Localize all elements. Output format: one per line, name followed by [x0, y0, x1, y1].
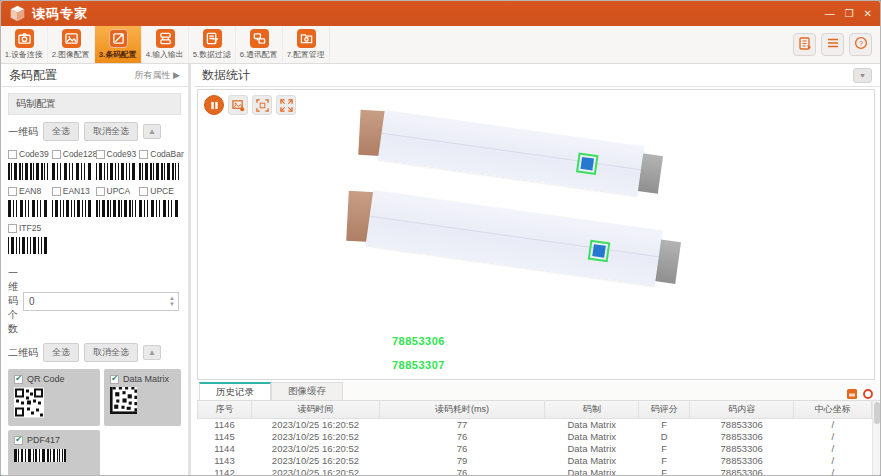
oned-collapse-button[interactable]: ▲: [143, 124, 161, 139]
refresh-button[interactable]: [861, 387, 874, 400]
toolbar-item-6[interactable]: 6.通讯配置: [236, 26, 283, 63]
toolbar-item-1[interactable]: 1.设备连接: [1, 26, 48, 63]
upca-barcode-image: [96, 200, 136, 217]
image-settings-button[interactable]: [228, 95, 248, 115]
fullscreen-button[interactable]: [276, 95, 296, 115]
pause-button[interactable]: [204, 95, 224, 115]
oned-deselect-all-button[interactable]: 取消全选: [84, 122, 138, 141]
panel-dropdown-button[interactable]: ▼: [853, 68, 872, 83]
toolbar-item-7[interactable]: 7.配置管理: [283, 26, 330, 63]
table-row[interactable]: 11422023/10/25 16:20:5276Data MatrixF788…: [198, 466, 872, 475]
history-table: 序号读码时间读码耗时(ms)码制码评分码内容中心坐标 11462023/10/2…: [197, 401, 872, 475]
oned-code-code128: Code128: [52, 147, 96, 184]
decode-region-highlight: [576, 152, 599, 175]
oned-select-all-button[interactable]: 全选: [43, 122, 79, 141]
data-statistics-panel: 数据统计 ▼: [194, 64, 880, 475]
checkbox-code128[interactable]: [52, 150, 61, 159]
column-header: 序号: [198, 401, 252, 418]
checkbox-qr-code[interactable]: [14, 375, 23, 384]
table-cell: /: [794, 466, 872, 475]
toolbar-item-label: 7.配置管理: [287, 49, 325, 60]
table-cell: Data Matrix: [545, 454, 639, 466]
toolbar-item-4[interactable]: 4.输入输出: [142, 26, 189, 63]
table-cell: F: [639, 418, 690, 430]
twod-select-all-button[interactable]: 全选: [43, 343, 79, 362]
table-row[interactable]: 11442023/10/25 16:20:5276Data MatrixF788…: [198, 442, 872, 454]
oned-code-grid: Code39 Code128 Code93 CodaBar EAN8 EAN13…: [8, 147, 183, 258]
twod-code-data-matrix: Data Matrix: [104, 369, 181, 426]
table-cell: F: [639, 442, 690, 454]
table-cell: D: [639, 430, 690, 442]
list-icon: [826, 36, 840, 53]
inspected-object-2: [366, 190, 663, 286]
table-cell: Data Matrix: [545, 442, 639, 454]
checkbox-upce[interactable]: [139, 187, 148, 196]
table-cell: 2023/10/25 16:20:52: [251, 430, 379, 442]
ean8-barcode-image: [8, 200, 48, 217]
twod-collapse-button[interactable]: ▲: [143, 345, 161, 360]
table-row[interactable]: 11452023/10/25 16:20:5276Data MatrixD788…: [198, 430, 872, 442]
table-cell: 78853306: [689, 454, 793, 466]
table-cell: 1143: [198, 454, 252, 466]
svg-text:?: ?: [858, 39, 862, 48]
twod-group-label: 二维码: [8, 346, 38, 360]
table-cell: 1146: [198, 418, 252, 430]
data-matrix-image: [110, 387, 175, 418]
checkbox-ean13[interactable]: [52, 187, 61, 196]
config-manage-icon: [297, 29, 316, 48]
checkbox-code39[interactable]: [8, 150, 17, 159]
table-cell: 78853306: [689, 418, 793, 430]
spinner-arrows-icon[interactable]: ▲▼: [166, 295, 178, 307]
scrollbar-thumb[interactable]: [874, 402, 880, 424]
toolbar-item-5[interactable]: 5.数据过滤: [189, 26, 236, 63]
codabar-barcode-image: [139, 163, 179, 180]
checkbox-ean8[interactable]: [8, 187, 17, 196]
oned-count-input[interactable]: [24, 296, 166, 307]
history-section: 历史记录 图像缓存 序号读码时间读码耗时(ms)码制码评分码内容中心坐标 114…: [197, 382, 880, 475]
table-scrollbar[interactable]: [872, 401, 880, 475]
table-cell: /: [794, 442, 872, 454]
checkbox-code93[interactable]: [96, 150, 105, 159]
oned-code-codabar: CodaBar: [139, 147, 183, 184]
table-row[interactable]: 11432023/10/25 16:20:5279Data MatrixF788…: [198, 454, 872, 466]
tab-history[interactable]: 历史记录: [199, 382, 271, 400]
toolbar-item-2[interactable]: 2.图像配置: [48, 26, 95, 63]
table-cell: 78853306: [689, 466, 793, 475]
decode-result-text: 78853306: [392, 335, 445, 347]
list-button[interactable]: [821, 33, 844, 56]
twod-code-tiles: QR Code Data Matrix PDF417: [8, 369, 181, 475]
table-cell: 2023/10/25 16:20:52: [251, 418, 379, 430]
code-name-label: QR Code: [27, 374, 65, 384]
code-name-label: EAN13: [63, 186, 90, 196]
save-button[interactable]: [845, 387, 858, 400]
minimize-button[interactable]: —: [825, 9, 835, 19]
image-viewer[interactable]: 78853306 78853307: [197, 89, 875, 380]
inspected-object-1: [378, 110, 644, 196]
fit-to-screen-button[interactable]: [252, 95, 272, 115]
checkbox-itf25[interactable]: [8, 224, 17, 233]
oned-code-code93: Code93: [96, 147, 140, 184]
table-row[interactable]: 11462023/10/25 16:20:5277Data MatrixF788…: [198, 418, 872, 430]
table-cell: /: [794, 454, 872, 466]
log-button[interactable]: [793, 33, 816, 56]
table-cell: 2023/10/25 16:20:52: [251, 466, 379, 475]
tab-image-cache[interactable]: 图像缓存: [271, 382, 343, 400]
checkbox-data-matrix[interactable]: [110, 375, 119, 384]
column-header: 码评分: [639, 401, 690, 418]
oned-code-ean8: EAN8: [8, 184, 52, 221]
oned-count-spinner[interactable]: ▲▼: [23, 292, 179, 311]
toolbar-item-3[interactable]: 3.条码配置: [95, 26, 142, 63]
twod-deselect-all-button[interactable]: 取消全选: [84, 343, 138, 362]
help-button[interactable]: ?: [849, 33, 872, 56]
maximize-button[interactable]: ❐: [845, 9, 854, 19]
code128-barcode-image: [52, 163, 92, 180]
close-button[interactable]: ✕: [864, 9, 872, 19]
table-cell: Data Matrix: [545, 430, 639, 442]
itf25-barcode-image: [8, 237, 48, 254]
checkbox-codabar[interactable]: [139, 150, 148, 159]
checkbox-pdf417[interactable]: [14, 436, 23, 445]
image-settings-icon: [232, 99, 245, 112]
all-properties-link[interactable]: 所有属性 ▶: [135, 69, 180, 82]
table-cell: F: [639, 466, 690, 475]
checkbox-upca[interactable]: [96, 187, 105, 196]
